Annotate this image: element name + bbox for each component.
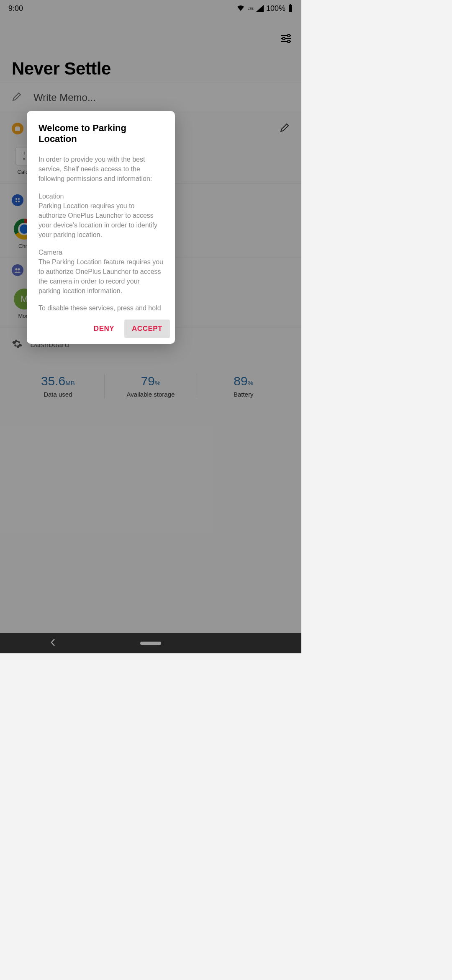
location-heading: Location	[39, 193, 64, 200]
dialog-disable-note: To disable these services, press and hol…	[39, 303, 163, 314]
accept-button[interactable]: ACCEPT	[124, 320, 170, 338]
dialog-location-section: Location Parking Location requires you t…	[39, 191, 163, 240]
parking-location-dialog: Welcome to Parking Location In order to …	[27, 111, 175, 344]
dialog-intro: In order to provide you with the best se…	[39, 155, 163, 184]
dialog-camera-section: Camera The Parking Location feature requ…	[39, 248, 163, 296]
dialog-title: Welcome to Parking Location	[27, 123, 175, 144]
location-body: Parking Location requires you to authori…	[39, 202, 157, 239]
screen-root: 9:00 LTE 100% Never Settle Write Memo...	[0, 0, 301, 653]
dialog-body[interactable]: In order to provide you with the best se…	[27, 155, 175, 314]
dialog-actions: DENY ACCEPT	[27, 314, 175, 338]
camera-heading: Camera	[39, 249, 62, 256]
camera-body: The Parking Location feature requires yo…	[39, 258, 163, 295]
deny-button[interactable]: DENY	[86, 320, 122, 338]
